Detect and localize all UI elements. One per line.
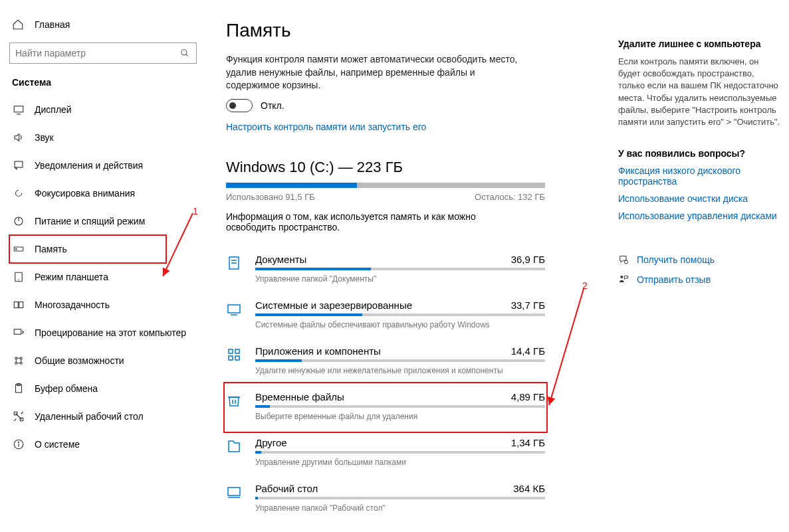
temp-icon [226,391,243,408]
category-subtitle: Системные файлы обеспечивают правильную … [255,320,545,329]
svg-point-24 [18,442,19,442]
sidebar-item-notify[interactable]: Уведомления и действия [9,151,211,179]
get-help-label: Получить помощь [637,254,715,265]
category-subtitle: Удалите ненужные или нежелательные прило… [255,366,545,375]
sidebar-item-multitask[interactable]: Многозадачность [9,291,211,319]
about-icon [12,438,25,450]
sidebar-item-display[interactable]: Дисплей [9,96,211,124]
help-icon [618,254,630,265]
category-subtitle: Управление папкой "Документы" [255,274,545,284]
system-icon [226,300,243,317]
category-subtitle: Управление папкой "Рабочий стол" [255,503,545,513]
annotation-2: 2 [582,280,588,291]
shared-icon [12,355,25,367]
get-help-link[interactable]: Получить помощь [618,254,781,265]
drive-info-text: Информация о том, как используется памят… [226,211,518,232]
category-size: 4,89 ГБ [511,391,545,402]
search-icon [180,48,191,58]
sidebar-item-label: Проецирование на этот компьютер [35,327,186,338]
category-system[interactable]: Системные и зарезервированные33,7 ГБСист… [226,293,545,339]
sidebar-item-label: Питание и спящий режим [35,216,145,226]
multitask-icon [12,299,25,311]
category-size: 14,4 ГБ [511,345,545,357]
home-icon [12,19,25,31]
sidebar-item-storage[interactable]: Память [9,235,166,263]
svg-line-1 [186,54,188,56]
svg-point-17 [20,362,22,364]
category-apps[interactable]: Приложения и компоненты14,4 ГБУдалите не… [226,339,545,385]
tablet-icon [12,271,25,283]
category-bar [255,497,545,499]
category-name: Временные файлы [255,391,344,402]
power-icon [12,215,25,227]
toggle-label: Откл. [261,100,284,111]
drive-stats: Использовано 91,5 ГБ Осталось: 132 ГБ [226,192,545,202]
svg-rect-2 [14,106,23,112]
sidebar-item-tablet[interactable]: Режим планшета [9,263,211,291]
drive-free-label: Осталось: 132 ГБ [475,192,545,202]
sidebar-item-project[interactable]: Проецирование на этот компьютер [9,319,211,347]
help-link[interactable]: Фиксация низкого дискового пространства [618,165,781,187]
send-feedback-link[interactable]: Отправить отзыв [618,274,781,285]
help-link[interactable]: Использование управления дисками [618,211,781,221]
right-panel: Удалите лишнее с компьютера Если контрол… [618,39,781,294]
apps-icon [226,345,243,363]
sidebar-item-power[interactable]: Питание и спящий режим [9,207,211,235]
category-temp[interactable]: Временные файлы4,89 ГБВыберите временные… [226,385,545,430]
category-bar [255,405,545,408]
svg-point-40 [620,276,623,278]
right-section-title-1: Удалите лишнее с компьютера [618,39,781,49]
svg-rect-11 [14,302,18,308]
sidebar-item-label: Фокусировка внимания [35,188,135,199]
svg-rect-13 [14,329,21,335]
sidebar-item-shared[interactable]: Общие возможности [9,347,211,375]
svg-rect-37 [228,488,240,495]
sidebar-item-remote[interactable]: Удаленный рабочий стол [9,402,211,430]
svg-rect-30 [229,349,233,353]
send-feedback-label: Отправить отзыв [637,274,711,285]
clipboard-icon [12,383,25,395]
drive-title: Windows 10 (C:) — 223 ГБ [226,159,598,176]
category-bar [255,451,545,454]
sidebar-item-about[interactable]: О системе [9,430,211,458]
category-size: 33,7 ГБ [511,300,545,311]
focus-icon [12,187,25,199]
sidebar-item-label: Буфер обмена [35,383,98,394]
category-subtitle: Выберите временные файлы для удаления [255,412,545,421]
sound-icon [12,132,25,143]
svg-point-15 [20,357,22,359]
sidebar-item-sound[interactable]: Звук [9,124,211,151]
home-button[interactable]: Главная [9,13,211,43]
search-input[interactable] [15,48,180,58]
storage-sense-description: Функция контроля памяти может автоматиче… [226,53,518,92]
sidebar-item-label: Дисплей [35,104,72,115]
svg-point-14 [15,357,17,359]
drive-usage-bar [226,183,545,188]
help-link[interactable]: Использование очистки диска [618,193,781,204]
annotation-1: 1 [193,206,198,217]
sidebar-section-title: Система [9,77,211,96]
sidebar-item-clipboard[interactable]: Буфер обмена [9,375,211,402]
svg-rect-28 [228,305,240,313]
home-label: Главная [35,19,70,30]
search-input-container[interactable] [9,43,197,64]
project-icon [12,327,25,339]
sidebar: Главная Система ДисплейЗвукУведомления и… [0,0,211,532]
svg-rect-32 [229,356,233,360]
configure-storage-sense-link[interactable]: Настроить контроль памяти или запустить … [226,122,426,132]
svg-rect-33 [235,356,239,360]
sidebar-item-label: Звук [35,132,54,143]
category-subtitle: Управление другими большими папками [255,458,545,467]
category-name: Другое [255,437,287,448]
category-docs[interactable]: Документы36,9 ГБУправление папкой "Докум… [226,247,545,293]
sidebar-item-label: Режим планшета [35,272,108,282]
sidebar-item-focus[interactable]: Фокусировка внимания [9,179,211,207]
docs-icon [226,254,243,271]
category-bar [255,268,545,270]
display-icon [12,104,25,116]
sidebar-item-label: Память [35,244,67,254]
category-desktop[interactable]: Рабочий стол364 КБУправление папкой "Раб… [226,476,545,522]
category-other[interactable]: Другое1,34 ГБУправление другими большими… [226,430,545,476]
right-links: Фиксация низкого дискового пространстваИ… [618,165,781,221]
storage-sense-toggle[interactable] [226,99,253,112]
